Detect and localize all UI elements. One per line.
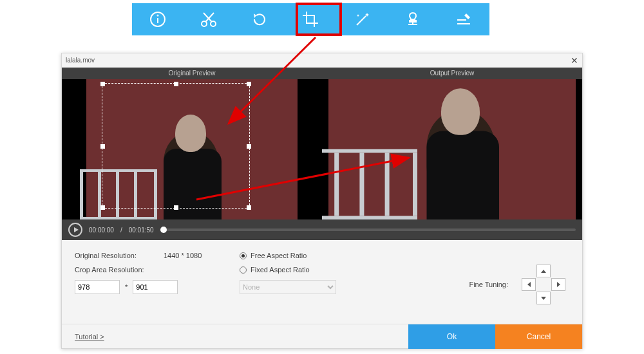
dialog-footer: Tutorial > Ok Cancel	[62, 324, 582, 348]
nudge-right-button[interactable]	[551, 278, 565, 291]
crop-separator: *	[125, 283, 128, 291]
tutorial-link[interactable]: Tutorial >	[75, 333, 408, 340]
crop-button[interactable]	[293, 3, 328, 35]
svg-line-5	[205, 13, 214, 22]
playbar: 00:00:00 / 00:01:50	[62, 219, 582, 240]
close-button[interactable]: ✕	[571, 55, 578, 66]
fine-tuning-label: Fine Tuning:	[469, 281, 508, 288]
original-resolution-label: Original Resolution:	[75, 252, 158, 259]
info-button[interactable]	[140, 3, 175, 35]
original-resolution-value: 1440 * 1080	[164, 252, 202, 259]
free-aspect-radio[interactable]: Free Aspect Ratio	[240, 252, 404, 259]
subtitle-button[interactable]	[446, 3, 482, 35]
titlebar: lalala.mov ✕	[62, 53, 582, 68]
watermark-button[interactable]	[395, 3, 431, 35]
time-separator: /	[120, 227, 122, 234]
nudge-left-button[interactable]	[522, 278, 536, 291]
rotate-button[interactable]	[242, 3, 278, 35]
crop-dialog: lalala.mov ✕ Original Preview Output Pre…	[61, 53, 583, 349]
svg-line-7	[357, 16, 366, 25]
cancel-button[interactable]: Cancel	[495, 324, 582, 349]
svg-line-6	[204, 13, 212, 22]
original-preview-pane[interactable]	[62, 79, 322, 219]
crop-width-input[interactable]	[75, 280, 120, 294]
duration: 00:01:50	[129, 227, 154, 234]
current-time: 00:00:00	[89, 227, 114, 234]
ok-button[interactable]: Ok	[408, 324, 495, 349]
preview-area: Original Preview Output Preview	[62, 68, 582, 240]
aspect-dropdown: None	[240, 280, 336, 294]
nudge-up-button[interactable]	[536, 265, 551, 277]
free-aspect-label: Free Aspect Ratio	[251, 252, 307, 259]
fine-tuning-dpad	[518, 265, 569, 304]
controls-panel: Original Resolution: 1440 * 1080 Crop Ar…	[62, 240, 582, 324]
effects-button[interactable]	[344, 3, 379, 35]
original-preview-label: Original Preview	[62, 68, 322, 79]
fixed-aspect-radio[interactable]: Fixed Aspect Ratio	[240, 266, 404, 274]
output-preview-label: Output Preview	[322, 68, 582, 79]
svg-rect-8	[410, 21, 416, 22]
window-title: lalala.mov	[66, 57, 95, 64]
nudge-down-button[interactable]	[536, 292, 551, 304]
output-preview-pane	[322, 79, 582, 219]
timeline-track[interactable]	[160, 228, 576, 231]
crop-height-input[interactable]	[133, 280, 178, 294]
radio-icon	[240, 266, 247, 274]
cut-button[interactable]	[191, 3, 226, 35]
radio-icon	[240, 252, 247, 259]
fixed-aspect-label: Fixed Aspect Ratio	[251, 266, 310, 274]
timeline-thumb[interactable]	[160, 227, 167, 233]
crop-area-label: Crop Area Resolution:	[75, 266, 158, 274]
play-button[interactable]	[68, 223, 82, 237]
svg-point-2	[157, 15, 158, 16]
editing-toolbar	[132, 3, 489, 35]
